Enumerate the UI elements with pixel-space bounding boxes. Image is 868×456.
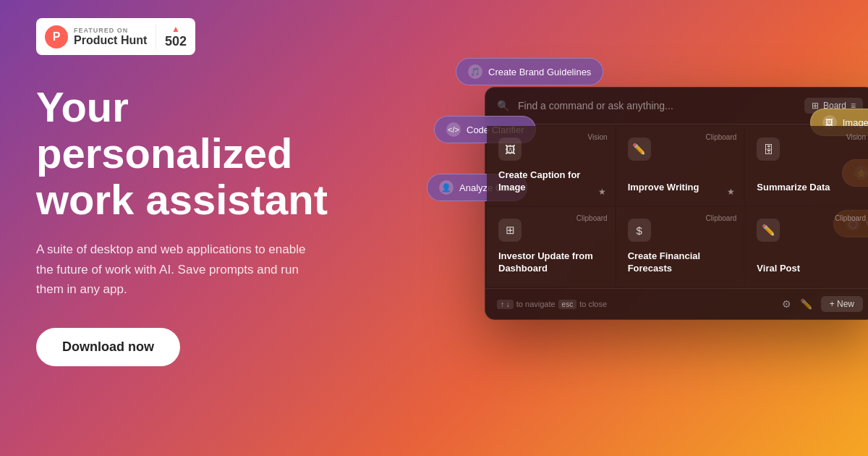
card-improve-writing[interactable]: Clipboard ✏️ Improve Writing ★ — [616, 126, 744, 206]
pill-brand-guidelines[interactable]: 🎵 Create Brand Guidelines — [456, 58, 603, 85]
ph-featured-label: FEATURED ON — [74, 27, 147, 34]
card-create-caption-star: ★ — [598, 187, 606, 197]
card-summarize-data-title: Summarize Data — [757, 182, 861, 194]
card-create-caption[interactable]: Vision 🖼 Create Caption for Image ★ — [487, 126, 615, 206]
code-clarifier-icon: </> — [446, 122, 461, 137]
download-button[interactable]: Download now — [36, 328, 180, 366]
card-improve-writing-star: ★ — [727, 187, 735, 197]
close-label: to close — [579, 300, 607, 308]
analyze-cust-icon: 👤 — [439, 180, 454, 195]
card-financial-forecasts-title: Create Financial Forecasts — [628, 250, 733, 275]
bottom-bar: ↑ ↓ to navigate esc to close ⚙ ✏️ + New — [485, 288, 868, 319]
esc-key: esc — [558, 300, 577, 309]
ph-votes: ▲ 502 — [156, 24, 187, 49]
ph-vote-count: 502 — [165, 34, 187, 49]
card-financial-forecasts-category: Clipboard — [706, 214, 737, 222]
navigate-hint: ↑ ↓ to navigate esc to close — [497, 300, 607, 309]
subtitle-text: A suite of desktop and web applications … — [36, 240, 311, 299]
card-viral-post-title: Viral Post — [757, 263, 861, 275]
card-investor-update[interactable]: Clipboard ⊞ Investor Update from Dashboa… — [487, 207, 615, 287]
main-headline: Your personalized work assistant — [36, 84, 347, 222]
card-improve-writing-title: Improve Writing — [628, 182, 733, 194]
new-button[interactable]: + New — [821, 296, 863, 312]
right-panel: 🎵 Create Brand Guidelines </> Code Clari… — [441, 72, 868, 320]
card-create-caption-icon: 🖼 — [498, 138, 522, 161]
ph-product-hunt-name: Product Hunt — [74, 34, 147, 47]
cards-grid: Vision 🖼 Create Caption for Image ★ Clip… — [485, 124, 868, 288]
card-create-caption-category: Vision — [588, 133, 608, 141]
card-improve-writing-icon: ✏️ — [628, 138, 651, 161]
card-create-caption-title: Create Caption for Image — [498, 169, 603, 194]
settings-icon[interactable]: ⚙ — [782, 298, 791, 310]
card-investor-update-icon: ⊞ — [498, 219, 522, 242]
card-summarize-data[interactable]: Vision 🗄 Summarize Data — [745, 126, 868, 206]
card-improve-writing-category: Clipboard — [706, 133, 737, 141]
card-viral-post-category: Clipboard — [835, 214, 866, 222]
bottom-actions: ⚙ ✏️ + New — [782, 296, 863, 312]
navigate-label: to navigate — [516, 300, 556, 308]
brand-guidelines-icon: 🎵 — [468, 64, 482, 79]
card-investor-update-category: Clipboard — [576, 214, 608, 222]
search-icon: 🔍 — [497, 100, 509, 111]
edit-icon[interactable]: ✏️ — [800, 298, 812, 310]
card-financial-forecasts[interactable]: Clipboard $ Create Financial Forecasts — [616, 207, 744, 287]
nav-arrow-keys: ↑ ↓ — [497, 300, 514, 309]
ph-text-group: FEATURED ON Product Hunt — [74, 27, 147, 47]
card-summarize-data-icon: 🗄 — [757, 138, 780, 161]
card-financial-forecasts-icon: $ — [628, 219, 651, 242]
card-viral-post-icon: ✏️ — [757, 219, 780, 242]
card-investor-update-title: Investor Update from Dashboard — [498, 250, 603, 275]
card-summarize-data-category: Vision — [846, 133, 866, 141]
ph-arrow-icon: ▲ — [171, 24, 180, 34]
ph-logo-icon: P — [45, 25, 68, 48]
search-input[interactable]: Find a command or ask anything... — [518, 100, 796, 111]
product-hunt-badge[interactable]: P FEATURED ON Product Hunt ▲ 502 — [36, 18, 195, 55]
card-viral-post[interactable]: Clipboard ✏️ Viral Post — [745, 207, 868, 287]
pill-brand-guidelines-label: Create Brand Guidelines — [488, 67, 591, 77]
left-panel: P FEATURED ON Product Hunt ▲ 502 Your pe… — [36, 18, 347, 366]
